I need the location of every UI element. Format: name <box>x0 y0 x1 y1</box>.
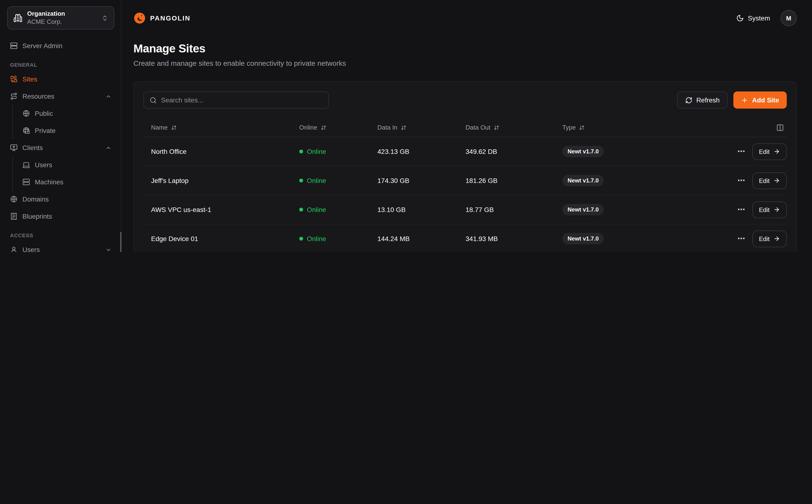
section-label-general: GENERAL <box>10 62 114 68</box>
sidebar-item-label: Machines <box>35 178 112 186</box>
site-status: Online <box>292 177 370 184</box>
site-status: Online <box>292 206 370 213</box>
site-data-out: 181.26 GB <box>458 177 555 184</box>
sidebar-nav: Server Admin GENERAL Sites Resources Pub… <box>7 34 114 252</box>
sort-icon <box>171 125 177 130</box>
status-dot-icon <box>299 208 303 212</box>
row-more-button[interactable]: ⋯ <box>737 235 746 242</box>
sidebar-item-label: Domains <box>22 195 112 203</box>
theme-toggle[interactable]: System <box>736 14 770 22</box>
edit-label: Edit <box>759 206 770 213</box>
avatar[interactable]: M <box>781 10 797 26</box>
sidebar-item-public[interactable]: Public <box>20 105 114 122</box>
globe-icon <box>22 110 30 117</box>
site-data-in: 423.13 GB <box>370 148 458 155</box>
column-header-type[interactable]: Type <box>555 124 689 131</box>
edit-label: Edit <box>759 148 770 155</box>
arrow-right-icon <box>773 177 780 184</box>
pangolin-logo-icon <box>133 12 146 24</box>
site-name: AWS VPC us-east-1 <box>143 206 292 213</box>
column-visibility-button[interactable] <box>775 123 785 132</box>
sidebar-item-label: Resources <box>22 92 101 100</box>
chevrons-up-down-icon <box>101 15 108 21</box>
site-data-out: 349.62 DB <box>458 148 555 155</box>
row-actions: ⋯ Edit <box>689 230 787 247</box>
site-type: Newt v1.7.0 <box>555 233 689 244</box>
status-label: Online <box>307 148 326 155</box>
sidebar-item-users[interactable]: Users <box>7 241 114 252</box>
sidebar-item-label: Users <box>35 161 112 169</box>
sites-icon <box>10 75 18 83</box>
site-name: Jeff's Laptop <box>143 177 292 184</box>
column-header-online[interactable]: Online <box>292 124 370 131</box>
user-icon <box>10 246 18 252</box>
column-label: Data Out <box>466 124 490 131</box>
sidebar-item-server-admin[interactable]: Server Admin <box>7 37 114 54</box>
edit-button[interactable]: Edit <box>752 201 787 218</box>
brand: PANGOLIN <box>133 12 191 24</box>
edit-button[interactable]: Edit <box>752 172 787 189</box>
sidebar-item-label: Server Admin <box>22 42 112 50</box>
type-badge: Newt v1.7.0 <box>562 204 604 215</box>
sort-icon <box>494 125 499 130</box>
column-header-actions <box>689 123 787 132</box>
chevron-down-icon <box>105 247 112 252</box>
sidebar-scrollbar[interactable] <box>120 232 122 252</box>
sidebar-item-resources[interactable]: Resources <box>7 88 114 105</box>
sidebar-item-blueprints[interactable]: Blueprints <box>7 208 114 225</box>
status-label: Online <box>307 206 326 213</box>
sidebar-item-label: Clients <box>22 144 101 151</box>
sidebar-item-domains[interactable]: Domains <box>7 191 114 208</box>
row-more-button[interactable]: ⋯ <box>737 177 746 184</box>
status-dot-icon <box>299 150 303 153</box>
column-header-data-out[interactable]: Data Out <box>458 124 555 131</box>
search-box <box>143 91 329 109</box>
row-more-button[interactable]: ⋯ <box>737 206 746 213</box>
edit-button[interactable]: Edit <box>752 143 787 160</box>
refresh-button[interactable]: Refresh <box>677 91 728 109</box>
sidebar-item-client-users[interactable]: Users <box>20 156 114 173</box>
column-header-data-in[interactable]: Data In <box>370 124 458 131</box>
column-header-name[interactable]: Name <box>143 124 292 131</box>
row-actions: ⋯ Edit <box>689 143 787 160</box>
sidebar-item-clients[interactable]: Clients <box>7 139 114 156</box>
refresh-icon <box>685 96 692 104</box>
topbar-right: System M <box>736 10 797 26</box>
arrow-right-icon <box>773 148 780 155</box>
search-icon <box>150 96 157 104</box>
arrow-right-icon <box>773 235 780 242</box>
table-row: AWS VPC us-east-1 Online 13.10 GB 18.77 … <box>143 195 787 224</box>
edit-button[interactable]: Edit <box>752 230 787 247</box>
type-badge: Newt v1.7.0 <box>562 175 604 186</box>
sidebar-item-machines[interactable]: Machines <box>20 173 114 191</box>
row-more-button[interactable]: ⋯ <box>737 148 746 155</box>
sidebar: Organization ACME Corp. Server Admin GEN… <box>0 0 122 252</box>
sort-icon <box>320 125 326 130</box>
status-label: Online <box>307 235 326 242</box>
refresh-label: Refresh <box>696 96 720 104</box>
laptop-icon <box>22 161 30 169</box>
site-type: Newt v1.7.0 <box>555 175 689 186</box>
page-subtitle: Create and manage sites to enable connec… <box>133 59 797 67</box>
sidebar-item-label: Private <box>35 127 112 134</box>
panel-toolbar: Refresh Add Site <box>143 91 787 109</box>
type-badge: Newt v1.7.0 <box>562 146 604 157</box>
site-data-out: 18.77 GB <box>458 206 555 213</box>
sidebar-item-private[interactable]: Private <box>20 122 114 139</box>
org-switcher[interactable]: Organization ACME Corp. <box>7 6 114 30</box>
org-switcher-value: ACME Corp. <box>27 18 97 26</box>
org-switcher-label: Organization <box>27 10 97 18</box>
sidebar-item-label: Blueprints <box>22 212 112 220</box>
sidebar-item-sites[interactable]: Sites <box>7 71 114 88</box>
add-site-button[interactable]: Add Site <box>733 91 787 109</box>
server-icon <box>22 178 30 186</box>
main-content: PANGOLIN System M Manage Sites Create an… <box>122 0 812 252</box>
search-input[interactable] <box>161 96 323 104</box>
column-label: Data In <box>377 124 397 131</box>
plus-icon <box>741 96 748 104</box>
column-label: Online <box>299 124 317 131</box>
chevron-up-icon <box>105 93 112 99</box>
site-data-in: 174.30 GB <box>370 177 458 184</box>
moon-icon <box>736 14 744 22</box>
page-title: Manage Sites <box>133 42 797 55</box>
